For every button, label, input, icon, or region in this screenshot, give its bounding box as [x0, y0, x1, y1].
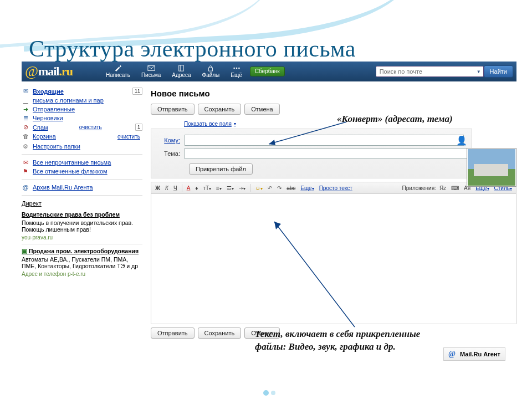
divider — [22, 244, 142, 244]
toolbar-more-link[interactable]: Еще▾ — [299, 185, 315, 191]
apps-label: Приложения: — [402, 185, 436, 191]
to-label[interactable]: Кому: — [156, 137, 180, 144]
action-buttons-top: Отправить Сохранить Отмена — [151, 104, 516, 115]
nav-label: Написать — [106, 72, 130, 78]
lock-icon — [207, 65, 214, 71]
folder-label: Спам — [33, 124, 48, 131]
ad-url: Адрес и телефон p-t-e.ru — [22, 271, 142, 277]
folder-drafts[interactable]: ≣ Черновики — [22, 114, 142, 122]
highlight-button[interactable]: ♦ — [193, 185, 200, 192]
ad-block-1[interactable]: Водительские права без проблем Помощь в … — [22, 211, 142, 241]
decorative-dot — [263, 390, 269, 396]
underline-button[interactable]: Ч — [172, 185, 179, 192]
svg-point-5 — [236, 68, 237, 69]
folder-logins[interactable]: ▁ письма с логинами и пар — [22, 96, 142, 105]
spellcheck-button[interactable]: abc — [285, 185, 297, 192]
sberbank-button[interactable]: Сбербанк — [250, 66, 285, 76]
subject-input[interactable] — [185, 148, 467, 159]
direct-label: Директ — [22, 199, 142, 208]
clear-trash-link[interactable]: очистить — [117, 134, 142, 140]
divider — [22, 154, 142, 155]
redo-button[interactable]: ↷ — [275, 185, 283, 192]
nav-label: Адреса — [172, 72, 191, 78]
align-button[interactable]: ≡▾ — [214, 185, 223, 192]
attach-file-button[interactable]: Прикрепить файл — [189, 163, 253, 175]
mail-unread-icon: ✉ — [22, 160, 29, 165]
folder-archive[interactable]: @ Архив Mail.Ru Агента — [22, 183, 142, 192]
nav-more[interactable]: Ещё — [225, 64, 247, 79]
mailru-agent-bar[interactable]: @ Mail.Ru Агент — [443, 347, 505, 361]
save-button-bottom[interactable]: Сохранить — [198, 328, 242, 339]
folder-spam[interactable]: ⊘ Спам очистить 1 — [22, 122, 142, 132]
nav-files[interactable]: Файлы — [197, 64, 226, 79]
nav-label: Файлы — [202, 72, 220, 78]
ad-text: Автоматы АЕ,ВА., Пускатели ПМ, ПМА, ПМЕ,… — [22, 256, 142, 269]
folder-label: Все отмеченные флажком — [33, 168, 108, 175]
folder-trash[interactable]: 🗑 Корзина очистить — [22, 132, 142, 141]
compose-area: Новое письмо Отправить Сохранить Отмена … — [151, 89, 516, 342]
send-button-bottom[interactable]: Отправить — [151, 328, 195, 339]
folder-icon: ▁ — [22, 98, 29, 103]
clear-spam-link[interactable]: очистить — [79, 124, 104, 130]
cancel-button[interactable]: Отмена — [244, 104, 279, 115]
search-container: ▼ Найти — [376, 65, 516, 78]
to-row: Кому: 👤 — [156, 135, 467, 146]
folder-inbox[interactable]: ✉ Входящие 11 — [22, 86, 142, 96]
svg-point-6 — [238, 68, 240, 69]
svg-rect-3 — [209, 68, 213, 71]
document-icon: ≣ — [22, 115, 29, 121]
nav-compose[interactable]: Написать — [100, 64, 136, 79]
nav-addresses[interactable]: Адреса — [166, 64, 196, 79]
divider — [250, 184, 250, 192]
search-button[interactable]: Найти — [484, 65, 513, 78]
contacts-icon[interactable]: 👤 — [456, 135, 467, 146]
translit-button[interactable]: Яz — [438, 185, 448, 192]
font-size-button[interactable]: тТ▾ — [201, 185, 213, 192]
nav-mail[interactable]: Письма — [136, 64, 166, 79]
show-all-fields-link[interactable]: Показать все поля ▾ — [184, 121, 236, 127]
annotation-envelope: «Конверт» (адресат, тема) — [337, 113, 453, 126]
nav-label: Ещё — [231, 72, 242, 78]
folder-label: Входящие — [33, 88, 64, 95]
save-button[interactable]: Сохранить — [198, 104, 242, 115]
sidebar: ✉ Входящие 11 ▁ письма с логинами и пар … — [22, 86, 142, 277]
mailru-logo[interactable]: @ mail.ru — [22, 62, 78, 81]
at-icon: @ — [448, 350, 456, 359]
flag-icon: ⚑ — [22, 168, 29, 174]
to-input[interactable] — [185, 135, 464, 146]
ad-block-2[interactable]: ▣ Продажа пром. электрооборудования Авто… — [22, 248, 142, 277]
emoji-button[interactable]: ☺▾ — [253, 185, 264, 192]
folder-flagged[interactable]: ⚑ Все отмеченные флажком — [22, 167, 142, 176]
editor-toolbar: Ж К Ч A ♦ тТ▾ ≡▾ ☲▾ ⇥▾ ☺▾ ↶ ↷ abc Еще▾ П… — [151, 182, 516, 194]
at-icon: @ — [22, 185, 29, 190]
agent-label: Mail.Ru Агент — [460, 351, 500, 357]
bold-button[interactable]: Ж — [154, 185, 162, 192]
folder-label: Все непрочитанные письма — [33, 159, 111, 166]
folder-label: Черновики — [33, 115, 63, 121]
compose-title: Новое письмо — [151, 89, 516, 98]
virtual-keyboard-button[interactable]: ⌨ — [449, 185, 461, 192]
undo-button[interactable]: ↶ — [266, 185, 274, 192]
ad-title: Водительские права без проблем — [22, 211, 142, 218]
list-button[interactable]: ☲▾ — [225, 185, 236, 192]
nav-label: Письма — [141, 72, 161, 78]
send-button[interactable]: Отправить — [151, 104, 195, 115]
folder-unread[interactable]: ✉ Все непрочитанные письма — [22, 158, 142, 167]
link-label: Показать все поля — [184, 121, 232, 127]
svg-point-4 — [233, 68, 235, 69]
divider — [182, 184, 182, 192]
folder-sent[interactable]: ➜ Отправленные — [22, 105, 142, 114]
font-color-button[interactable]: A — [185, 185, 192, 192]
ad-url: you-prava.ru — [22, 234, 142, 241]
indent-button[interactable]: ⇥▾ — [237, 185, 247, 192]
plain-text-link[interactable]: Просто текст — [318, 185, 354, 191]
image-attachment-thumb[interactable] — [467, 148, 516, 187]
italic-button[interactable]: К — [163, 185, 170, 192]
search-input[interactable] — [376, 66, 484, 77]
slide-title: Структура электронного письма — [29, 35, 356, 62]
folder-settings-link[interactable]: ⚙ Настроить папки — [22, 142, 142, 151]
folder-label: Корзина — [33, 133, 56, 140]
compose-fields: Кому: 👤 Тема: Прикрепить файл — [151, 129, 472, 178]
editor-body[interactable] — [151, 194, 516, 324]
spam-count: 1 — [135, 124, 142, 131]
